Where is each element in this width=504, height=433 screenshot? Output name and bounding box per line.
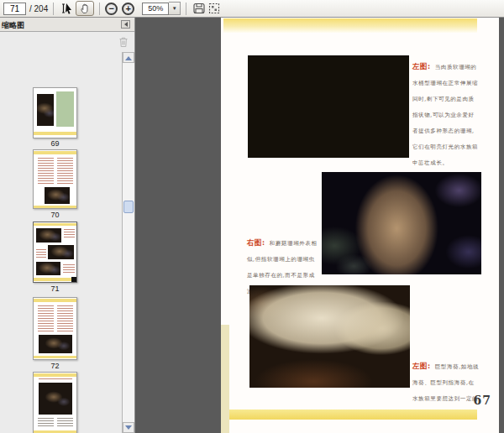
zoom-level-value[interactable]: 50%: [142, 3, 169, 15]
thumb-yellow-strip: [34, 132, 76, 135]
thumbnail-label: 69: [33, 139, 77, 148]
thumb-text-column: [38, 305, 54, 332]
hand-tool-icon: [80, 3, 91, 14]
zoom-in-button[interactable]: +: [122, 3, 134, 15]
thumbnails-panel-header: 缩略图: [0, 18, 134, 32]
page-count-label: / 204: [29, 4, 48, 13]
thumbnail-page-70[interactable]: [33, 149, 77, 209]
thumb-text-column: [64, 229, 75, 239]
sidebar-scrollbar[interactable]: [122, 52, 134, 433]
thumbnail-list: 69 70 71: [0, 52, 123, 433]
thumbnails-panel-title: 缩略图: [2, 20, 24, 31]
chevron-left-icon: [122, 22, 128, 27]
thumb-photo: [36, 228, 61, 243]
pdf-reader-window: / 204 − + 50% ▼: [0, 0, 504, 433]
hand-tool-button[interactable]: [76, 1, 94, 16]
thumb-yellow-strip: [34, 206, 76, 208]
chevron-down-icon: ▼: [172, 6, 177, 11]
current-page-marker: [71, 277, 77, 283]
triangle-up-icon: [125, 53, 132, 60]
snapshot-tool-icon[interactable]: [207, 2, 222, 16]
thumb-text-column: [63, 264, 75, 274]
toolbar-separator: [53, 3, 54, 15]
thumb-text-column: [57, 158, 73, 185]
thumb-text-column: [36, 249, 46, 258]
scroll-down-button[interactable]: [123, 422, 134, 433]
page-number: 67: [474, 394, 491, 407]
thumb-photo: [39, 383, 72, 415]
cream-leather-coral-photo: [249, 285, 410, 388]
zoom-dropdown-button[interactable]: ▼: [169, 2, 181, 15]
book-page-67: 左图: 当肉质软珊瑚的水桶型珊瑚在正常伸展缩回时,剩下可见的是肉质指状物,可以为…: [221, 18, 499, 433]
thumb-yellow-strip: [34, 151, 76, 154]
thumb-text-column: [38, 418, 54, 428]
thumb-green-text-block: [56, 91, 74, 127]
thumbnail-label: 71: [33, 284, 77, 293]
thumb-yellow-strip: [34, 356, 76, 358]
trash-icon[interactable]: [118, 36, 129, 48]
page-number-input[interactable]: [3, 3, 26, 15]
caption-top: 左图: 当肉质软珊瑚的水桶型珊瑚在正常伸展缩回时,剩下可见的是肉质指状物,可以为…: [412, 56, 480, 168]
select-tool-icon[interactable]: [59, 2, 74, 16]
page-top-yellow-band: [223, 18, 477, 33]
save-icon[interactable]: [192, 2, 207, 16]
thumb-photo: [48, 245, 74, 259]
triangle-down-icon: [125, 425, 132, 433]
main-toolbar: / 204 − + 50% ▼: [0, 0, 504, 18]
thumb-yellow-strip: [34, 278, 76, 281]
toolbar-separator: [186, 3, 186, 15]
thumb-yellow-strip: [34, 373, 76, 377]
thumb-photo: [39, 335, 72, 353]
caption-label: 左图:: [412, 362, 431, 370]
thumbnail-label: 70: [33, 211, 77, 219]
caption-body: 当肉质软珊瑚的水桶型珊瑚在正常伸展缩回时,剩下可见的是肉质指状物,可以为业余爱好…: [412, 64, 478, 166]
zoom-out-button[interactable]: −: [105, 3, 118, 15]
thumbnails-panel: 缩略图 69: [0, 18, 135, 433]
scroll-up-button[interactable]: [123, 52, 134, 63]
thumbnail-page-72[interactable]: [33, 297, 77, 360]
thumbnail-page-71-current[interactable]: [33, 222, 77, 283]
thumb-photo: [36, 262, 60, 275]
scrollbar-thumb[interactable]: [123, 201, 134, 213]
adjacent-page-edge: [221, 325, 229, 433]
caption-label: 左图:: [412, 62, 431, 70]
thumb-heading-line: [39, 378, 72, 381]
thumb-yellow-strip: [34, 223, 76, 226]
caption-label: 右图:: [247, 238, 265, 247]
thumb-text-column: [57, 418, 73, 428]
thumbnail-page-69[interactable]: [33, 87, 77, 138]
thumb-yellow-strip: [34, 299, 76, 302]
thumb-photo: [37, 94, 54, 126]
toolbar-separator: [99, 3, 100, 15]
document-canvas[interactable]: 左图: 当肉质软珊瑚的水桶型珊瑚在正常伸展缩回时,剩下可见的是肉质指状物,可以为…: [135, 18, 504, 433]
panel-collapse-button[interactable]: [121, 20, 130, 29]
thumb-text-column: [57, 305, 73, 332]
tan-branching-coral-photo: [322, 172, 481, 274]
thumb-photo: [45, 187, 70, 204]
thumbnail-page-73[interactable]: [33, 372, 77, 433]
thumbnail-label: 72: [33, 362, 77, 370]
blue-finger-soft-coral-photo: [248, 55, 409, 158]
thumbnails-toolbar: [0, 32, 134, 52]
page-bottom-yellow-band: [224, 410, 477, 420]
thumb-text-column: [38, 158, 54, 185]
